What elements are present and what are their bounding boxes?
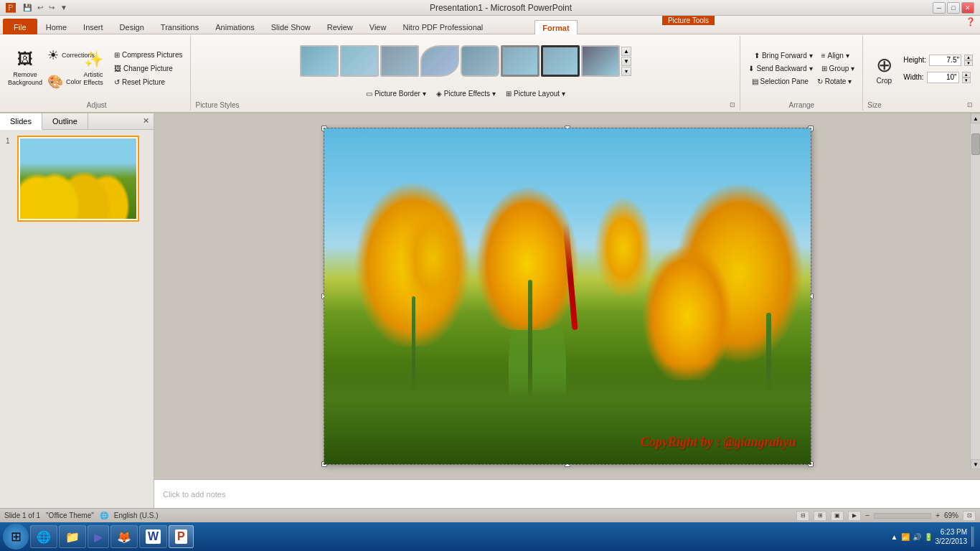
tab-design[interactable]: Design [112,19,152,34]
style-thumb-1[interactable] [300,45,339,77]
scroll-thumb[interactable] [971,133,980,155]
compress-pictures-button[interactable]: ⊞ Compress Pictures [110,49,186,61]
reset-picture-button[interactable]: ↺ Reset Picture [110,76,186,88]
send-backward-dropdown[interactable]: ▾ [809,65,813,72]
slide-thumbnail-1[interactable] [17,136,139,222]
tab-transitions[interactable]: Transitions [153,19,207,34]
tab-review[interactable]: Review [319,19,361,34]
start-button[interactable]: ⊞ [3,524,29,550]
minimize-button[interactable]: ─ [933,2,946,14]
gallery-scroll-up[interactable]: ▲ [621,47,631,56]
tab-slideshow[interactable]: Slide Show [263,19,319,34]
arrange-row2: ⬇ Send Backward ▾ ⊞ Group ▾ [745,62,858,75]
picture-effects-button[interactable]: ◈ Picture Effects ▾ [433,88,499,100]
send-backward-button[interactable]: ⬇ Send Backward ▾ [745,62,816,75]
gallery-scroll-down[interactable]: ▼ [621,57,631,66]
group-button[interactable]: ⊞ Group ▾ [818,62,859,75]
save-quick-btn[interactable]: 💾 [22,4,33,11]
adjust-extra-col: ⊞ Compress Pictures 🖼 Change Picture ↺ R… [110,41,186,97]
slide-show-button[interactable]: ▶ [848,511,861,521]
width-down[interactable]: ▼ [962,77,971,83]
picture-layout-dropdown[interactable]: ▾ [562,90,565,98]
tray-show-desktop[interactable] [971,527,974,547]
corrections-button[interactable]: ☀ Corrections [44,42,76,68]
slide-canvas[interactable]: CopyRight by : @giangrahyu [324,128,811,465]
canvas-scrollbar[interactable]: ▲ ▼ [970,113,980,469]
width-up[interactable]: ▲ [962,72,971,77]
style-thumb-3[interactable] [380,45,419,77]
crop-button[interactable]: ⊕ Crop [867,41,900,97]
taskbar-firefox[interactable]: 🦊 [110,525,138,548]
tab-home[interactable]: Home [38,19,75,34]
tab-outline[interactable]: Outline [42,113,88,129]
group-label: Group [829,65,849,72]
picture-layout-button[interactable]: ⊞ Picture Layout ▾ [502,88,569,100]
color-button[interactable]: 🎨 Color [44,69,76,95]
slide-sorter-button[interactable]: ⊞ [814,511,826,521]
bring-forward-button[interactable]: ⬆ Bring Forward ▾ [750,50,816,62]
taskbar-word[interactable]: W [139,525,167,548]
reading-view-button[interactable]: ▣ [831,511,844,521]
customize-quick-btn[interactable]: ▼ [59,4,69,11]
panel-close-button[interactable]: ✕ [138,113,154,129]
theme-info: "Office Theme" [46,512,94,519]
height-input[interactable] [929,55,961,66]
height-down[interactable]: ▼ [964,60,973,66]
slide-thumbnails: 1 [0,130,154,508]
picture-border-dropdown[interactable]: ▾ [423,90,426,98]
taskbar-powerpoint[interactable]: P [169,525,194,548]
remove-background-button[interactable]: 🖼 RemoveBackground [7,41,43,97]
tab-nitro[interactable]: Nitro PDF Professional [395,19,491,34]
scroll-up-arrow[interactable]: ▲ [971,113,980,123]
group-dropdown[interactable]: ▾ [851,65,854,72]
undo-quick-btn[interactable]: ↩ [36,4,44,11]
taskbar-explorer[interactable]: 📁 [59,525,86,548]
redo-quick-btn[interactable]: ↪ [47,4,56,11]
style-thumb-5[interactable] [461,45,499,77]
style-thumb-4[interactable] [420,45,459,77]
gallery-more[interactable]: ▾ [621,67,631,76]
style-thumb-6[interactable] [501,45,540,77]
tab-file[interactable]: File [3,19,37,34]
style-thumb-8[interactable] [581,45,620,77]
zoom-decrease[interactable]: − [865,512,870,519]
taskbar-ie[interactable]: 🌐 [30,525,57,548]
zoom-slider[interactable] [874,513,931,519]
width-input[interactable] [927,72,959,83]
zoom-increase[interactable]: + [936,512,940,519]
tray-volume[interactable]: 🔊 [913,533,921,541]
maximize-button[interactable]: □ [947,2,960,14]
rotate-button[interactable]: ↻ Rotate ▾ [814,75,855,88]
close-button[interactable]: ✕ [961,2,974,14]
normal-view-button[interactable]: ⊟ [796,511,809,521]
selection-pane-button[interactable]: ▤ Selection Pane [748,75,812,88]
title-bar: 🅿 💾 ↩ ↪ ▼ Presentation1 - Microsoft Powe… [0,0,980,16]
help-icon[interactable]: ❓ [966,17,976,27]
tab-animations[interactable]: Animations [207,19,262,34]
rotate-dropdown[interactable]: ▾ [848,77,852,85]
compress-icon: ⊞ [114,51,120,59]
tab-format[interactable]: Format [534,20,577,34]
artistic-effects-button[interactable]: ✨ ArtisticEffects [77,41,109,97]
align-button[interactable]: ≡ Align ▾ [818,50,853,62]
picture-border-button[interactable]: ▭ Picture Border ▾ [362,88,430,100]
copyright-text: CopyRight by : @giangrahyu [641,435,796,450]
tray-notification[interactable]: ▲ [891,533,898,541]
slides-tabs: Slides Outline ✕ [0,113,154,130]
align-dropdown[interactable]: ▾ [846,52,849,60]
size-expand[interactable]: ⊡ [967,101,973,109]
tab-insert[interactable]: Insert [75,19,111,34]
notes-area[interactable]: Click to add notes [154,479,980,508]
height-up[interactable]: ▲ [964,55,973,60]
tab-slides[interactable]: Slides [0,113,42,130]
tab-view[interactable]: View [362,19,395,34]
style-thumb-7[interactable] [541,45,580,77]
picture-styles-expand[interactable]: ⊡ [730,101,735,109]
change-picture-button[interactable]: 🖼 Change Picture [110,62,186,75]
scroll-down-arrow[interactable]: ▼ [971,459,980,469]
fit-slide-button[interactable]: ⊡ [963,511,976,521]
bring-forward-dropdown[interactable]: ▾ [809,52,813,60]
style-thumb-2[interactable] [340,45,379,77]
taskbar-media[interactable]: ▶ [88,525,109,548]
picture-effects-dropdown[interactable]: ▾ [492,90,496,98]
